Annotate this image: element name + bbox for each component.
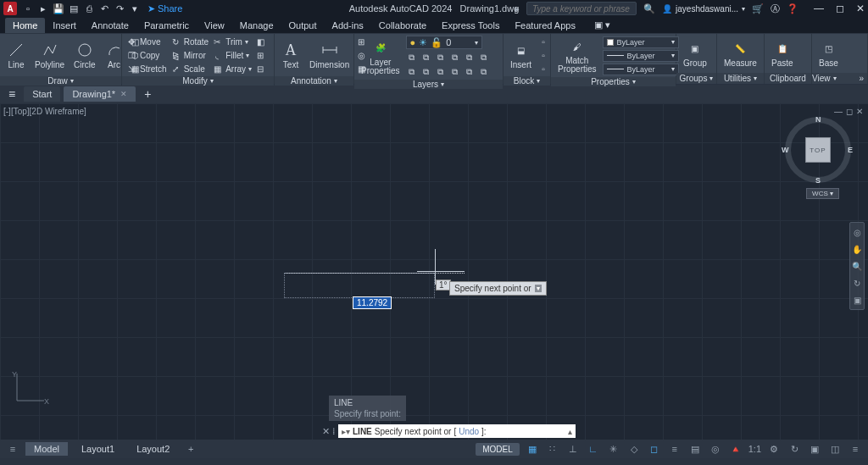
polar-toggle[interactable]: ✳	[606, 441, 621, 457]
circle-button[interactable]: Circle	[70, 39, 99, 71]
new-icon[interactable]: ▫	[22, 3, 34, 14]
move-button[interactable]: ✥Move	[125, 36, 167, 47]
grid-toggle[interactable]: ▦	[525, 441, 540, 457]
ucs-icon[interactable]: YX	[10, 368, 49, 407]
tab-collaborate[interactable]: Collaborate	[371, 18, 434, 33]
wheel-icon[interactable]: ◎	[851, 226, 863, 238]
base-button[interactable]: ◳Base	[815, 37, 842, 69]
lay-h[interactable]: ⧉	[420, 66, 432, 78]
panel-block-label[interactable]: Block▾	[504, 76, 550, 86]
dir-n[interactable]: N	[815, 115, 821, 124]
drawing-canvas[interactable]: [-][Top][2D Wireframe] — ◻ ✕ 11.2792 1° …	[0, 103, 868, 440]
panel-utilities-label[interactable]: Utilities▾	[717, 73, 764, 84]
fillet-button[interactable]: ◟Fillet▾	[211, 49, 252, 61]
vp-min-icon[interactable]: —	[834, 107, 843, 116]
mod-misc1[interactable]: ◧	[254, 36, 266, 47]
tab-output[interactable]: Output	[281, 18, 325, 33]
max-vp-icon[interactable]: ▣	[807, 441, 822, 457]
close-button[interactable]: ✕	[856, 3, 865, 14]
saveas-icon[interactable]: ▤	[68, 3, 80, 14]
tab-home[interactable]: Home	[5, 18, 45, 33]
lay-b[interactable]: ⧉	[420, 52, 432, 64]
scale-button[interactable]: ⤢Scale	[170, 63, 209, 75]
mod-misc3[interactable]: ⊟	[254, 63, 266, 75]
open-icon[interactable]: ▸	[37, 3, 49, 14]
measure-button[interactable]: 📏Measure	[721, 37, 760, 69]
text-button[interactable]: AText	[278, 39, 303, 71]
clean-icon[interactable]: ◫	[827, 441, 843, 457]
polyline-button[interactable]: Polyline	[31, 39, 68, 71]
copy-button[interactable]: ❐Copy	[125, 49, 167, 61]
lay-e[interactable]: ⧉	[464, 52, 476, 64]
save-icon[interactable]: 💾	[53, 3, 64, 14]
vp-max-icon[interactable]: ◻	[846, 107, 853, 116]
tab-addins[interactable]: Add-ins	[325, 18, 371, 33]
zoom-icon[interactable]: 🔍	[851, 260, 863, 272]
plot-icon[interactable]: ⎙	[83, 3, 95, 14]
linetype-selector[interactable]: ByLayer▾	[603, 64, 679, 75]
paste-button[interactable]: 📋Paste	[768, 37, 797, 69]
tab-featured[interactable]: Featured Apps	[507, 18, 583, 33]
insert-button[interactable]: ⬓Insert	[507, 39, 535, 71]
doc-menu-icon[interactable]: ≡	[3, 87, 20, 101]
rotate-button[interactable]: ↻Rotate	[170, 36, 209, 47]
lw-toggle[interactable]: ≡	[667, 441, 682, 457]
layer-properties-button[interactable]: 🧩LayerProperties	[358, 37, 403, 77]
iso-toggle[interactable]: ◇	[626, 441, 642, 457]
tab-express[interactable]: Express Tools	[434, 18, 507, 33]
minimize-button[interactable]: —	[814, 3, 824, 14]
tab-annotate[interactable]: Annotate	[84, 18, 136, 33]
panel-groups-label[interactable]: Groups▾	[676, 73, 716, 84]
viewport-label[interactable]: [-][Top][2D Wireframe]	[3, 107, 86, 116]
autodesk-icon[interactable]: Ⓐ	[771, 3, 780, 15]
cycle-toggle[interactable]: ◎	[708, 441, 723, 457]
add-tab-button[interactable]: +	[139, 87, 156, 101]
cart-icon[interactable]: 🛒	[752, 3, 764, 14]
osnap-toggle[interactable]: ◻	[647, 441, 662, 457]
mirror-button[interactable]: ⧎Mirror	[170, 49, 209, 61]
tab-overflow[interactable]: ▣ ▾	[587, 17, 618, 33]
cmd-handle-icon[interactable]: ⁞	[332, 426, 336, 437]
search-icon[interactable]: 🔍	[643, 3, 655, 14]
lay-a[interactable]: ⧉	[406, 52, 418, 64]
cmd-recent-icon[interactable]: ▴	[568, 427, 572, 436]
orbit-icon[interactable]: ↻	[851, 277, 863, 289]
panel-view-label[interactable]: View▾»	[812, 73, 867, 84]
app-logo[interactable]: A	[3, 2, 17, 15]
tab-manage[interactable]: Manage	[232, 18, 281, 33]
tab-layout2[interactable]: Layout2	[128, 442, 178, 456]
ws-switch-icon[interactable]: ↻	[787, 441, 802, 457]
distance-input[interactable]: 11.2792	[353, 296, 392, 309]
qat-dropdown-icon[interactable]: ▾	[129, 3, 141, 14]
lay-k[interactable]: ⧉	[464, 66, 476, 78]
trim-button[interactable]: ✂Trim▾	[211, 36, 252, 47]
tab-drawing1[interactable]: Drawing1*✕	[64, 86, 136, 102]
vp-close-icon[interactable]: ✕	[856, 107, 863, 116]
command-line[interactable]: ▸▾ LINE Specify next point or [Undo]: ▴	[338, 424, 576, 438]
help-icon[interactable]: ❓	[787, 3, 798, 14]
search-input[interactable]	[531, 3, 632, 14]
tab-view[interactable]: View	[197, 18, 232, 33]
panel-properties-label[interactable]: Properties▾	[551, 77, 676, 86]
cube-face-top[interactable]: TOP	[805, 137, 831, 163]
angle-input[interactable]: 1°	[436, 280, 451, 291]
layer-selector[interactable]: ● ☀ 🔓 0 ▾	[406, 36, 482, 49]
dimension-button[interactable]: Dimension	[306, 39, 353, 71]
panel-draw-label[interactable]: Draw▾	[0, 76, 121, 86]
infer-toggle[interactable]: ⊥	[565, 441, 581, 457]
tab-layout1[interactable]: Layout1	[73, 442, 123, 456]
showmt-icon[interactable]: ▣	[851, 294, 863, 306]
blk-b[interactable]: ▫	[537, 49, 549, 61]
lay-l[interactable]: ⧉	[478, 66, 490, 78]
space-toggle[interactable]: MODEL	[476, 443, 520, 456]
dir-s[interactable]: S	[815, 176, 821, 185]
layout-menu-icon[interactable]: ≡	[5, 441, 20, 457]
ann-scale[interactable]: 🔺	[728, 441, 743, 457]
panel-clipboard-label[interactable]: Clipboard	[765, 73, 811, 84]
snap-toggle[interactable]: ∷	[545, 441, 560, 457]
undo-icon[interactable]: ↶	[98, 3, 110, 14]
lay-c[interactable]: ⧉	[435, 52, 447, 64]
blk-a[interactable]: ▫	[537, 36, 549, 47]
gear-icon[interactable]: ⚙	[766, 441, 782, 457]
close-tab-icon[interactable]: ✕	[120, 90, 127, 98]
